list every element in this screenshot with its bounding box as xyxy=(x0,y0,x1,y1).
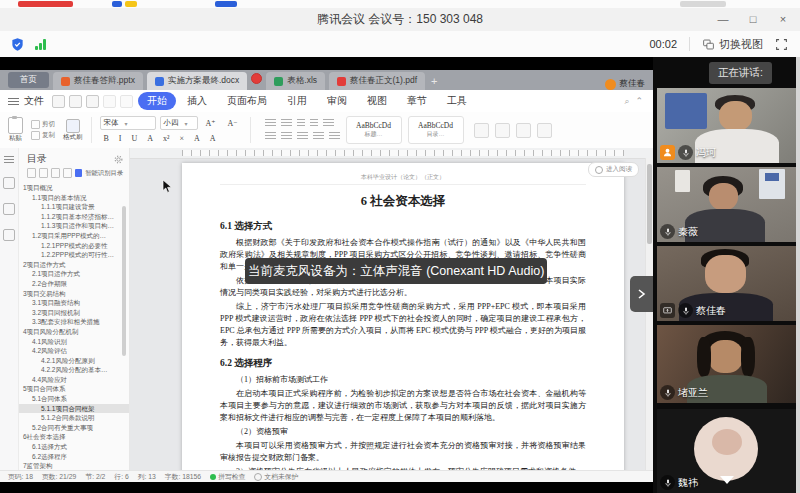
document-scrollbar[interactable] xyxy=(645,158,653,470)
font-size-select[interactable]: 小四▾ xyxy=(160,116,198,130)
shading-icon[interactable] xyxy=(329,132,340,141)
format-painter-button[interactable]: 格式刷 xyxy=(63,119,83,142)
ribbon-menu-tab[interactable]: 工具 xyxy=(438,92,476,110)
new-tab-button[interactable]: + xyxy=(431,75,437,87)
font-family-select[interactable]: 宋体▾ xyxy=(100,116,156,130)
cut-button[interactable]: 剪切 xyxy=(31,120,55,129)
format-button[interactable]: A xyxy=(206,133,220,144)
shrink-font-button[interactable]: A⁻ xyxy=(224,118,242,129)
style-chip[interactable]: AaBbCcDd 目录… xyxy=(408,116,464,144)
toc-view-icon[interactable] xyxy=(27,168,36,178)
toc-item[interactable]: 6.2选择程序 xyxy=(19,452,129,462)
justify-icon[interactable] xyxy=(313,132,324,141)
ribbon-menu-tab[interactable]: 审阅 xyxy=(318,92,356,110)
format-button[interactable]: A xyxy=(143,133,157,144)
toc-item[interactable]: 1.1.3项目运作和项目构… xyxy=(19,221,129,231)
tab-pdf[interactable]: 蔡佳春正文(1).pdf xyxy=(329,72,425,90)
fullscreen-button[interactable] xyxy=(775,38,788,51)
toc-item[interactable]: 2.1项目运作方式 xyxy=(19,269,129,279)
toc-item[interactable]: 3项目交易结构 xyxy=(19,289,129,299)
ribbon-menu-tab[interactable]: 视图 xyxy=(358,92,396,110)
copy-button[interactable]: 复制 xyxy=(31,131,55,140)
document-page[interactable]: 本科毕业设计（论文）（正文） 6 社会资本选择 6.1 选择方式 根据财政部《关… xyxy=(182,163,624,470)
minimize-button[interactable]: — xyxy=(716,8,730,31)
toc-item[interactable]: 6.1选择方式 xyxy=(19,442,129,452)
switch-view-button[interactable]: 切换视图 xyxy=(702,37,763,52)
ribbon-menu-tab[interactable]: 引用 xyxy=(278,92,316,110)
gear-icon[interactable] xyxy=(114,155,123,164)
indent-icon[interactable] xyxy=(310,119,318,128)
toc-view-icon[interactable] xyxy=(63,168,72,178)
participant-tile[interactable]: 堵亚兰 xyxy=(657,325,796,403)
format-button[interactable]: × xyxy=(175,133,188,144)
collapse-ribbon-icon[interactable]: ⌃ xyxy=(635,96,643,107)
toc-view-icon[interactable] xyxy=(51,168,60,178)
toc-item[interactable]: 4.2.2风险分配的基本… xyxy=(19,365,129,375)
format-button[interactable]: B xyxy=(100,133,113,144)
tab-docx[interactable]: 实施方案最终.docx xyxy=(147,72,247,90)
close-button[interactable]: × xyxy=(776,8,790,31)
comments-icon[interactable] xyxy=(3,203,15,215)
number-list-icon[interactable] xyxy=(281,119,292,128)
ribbon-tool-icon[interactable] xyxy=(516,123,531,138)
toc-item[interactable]: 1.2项目采用PPP模式的… xyxy=(19,231,129,241)
toc-item[interactable]: 3.3配套安排和相关措施 xyxy=(19,317,129,327)
participant-tile[interactable]: 蔡佳春 xyxy=(657,246,796,321)
toc-item[interactable]: 5.2合同有关重大事项 xyxy=(19,423,129,433)
style-chip[interactable]: AaBbCcDd 标题… xyxy=(346,116,402,144)
toc-item[interactable]: 5.1.1项目合同框架 xyxy=(19,404,129,414)
format-button[interactable]: x² xyxy=(159,133,173,144)
tab-home[interactable]: 首页 xyxy=(8,72,49,88)
toc-item[interactable]: 5项目合同体系 xyxy=(19,384,129,394)
security-shield-icon[interactable] xyxy=(10,37,25,52)
maximize-button[interactable]: □ xyxy=(746,8,760,31)
line-spacing-icon[interactable] xyxy=(323,119,334,128)
bullet-list-icon[interactable] xyxy=(265,119,276,128)
account-chip[interactable]: 蔡佳春 xyxy=(605,78,654,90)
toc-item[interactable]: 1.1项目的基本情况 xyxy=(19,193,129,203)
save-icon[interactable] xyxy=(69,95,82,108)
toc-item[interactable]: 1.2.1PPP模式的必要性 xyxy=(19,241,129,251)
print-icon[interactable] xyxy=(86,95,99,108)
toc-item[interactable]: 3.1项目融资结构 xyxy=(19,298,129,308)
open-icon[interactable] xyxy=(52,95,65,108)
ribbon-menu-tab[interactable]: 开始 xyxy=(138,92,176,110)
document-protection-status[interactable]: 文档未保护 xyxy=(254,472,298,482)
align-left-icon[interactable] xyxy=(265,132,276,141)
spellcheck-status[interactable]: 拼写检查 xyxy=(210,472,245,482)
toc-item[interactable]: 5.1合同体系 xyxy=(19,394,129,404)
file-menu[interactable]: 文件 xyxy=(24,94,44,108)
ribbon-tool-icon[interactable] xyxy=(474,123,489,138)
outdent-icon[interactable] xyxy=(297,119,305,128)
undo-icon[interactable] xyxy=(103,95,116,108)
redo-icon[interactable] xyxy=(120,95,133,108)
align-right-icon[interactable] xyxy=(297,132,308,141)
format-button[interactable]: A xyxy=(190,133,204,144)
toc-item[interactable]: 4项目风险分配机制 xyxy=(19,327,129,337)
network-signal-icon[interactable] xyxy=(35,38,46,50)
tab-xls[interactable]: 表格.xls xyxy=(266,72,325,90)
toc-item[interactable]: 1.1.2项目基本经济指标… xyxy=(19,212,129,222)
bookmark-icon[interactable] xyxy=(3,177,15,189)
toc-item[interactable]: 4.4风险应对 xyxy=(19,375,129,385)
toc-item[interactable]: 7监管架构 xyxy=(19,461,129,470)
ribbon-tool-icon[interactable] xyxy=(495,123,510,138)
smart-toc-icon[interactable] xyxy=(75,169,82,177)
toc-view-icon[interactable] xyxy=(39,168,48,178)
toc-item[interactable]: 2项目运作方式 xyxy=(19,260,129,270)
reading-mode-pill[interactable]: 进入阅读 xyxy=(588,162,639,177)
ribbon-menu-tab[interactable]: 页面布局 xyxy=(218,92,276,110)
participant-tile[interactable]: 秦薇 xyxy=(657,167,796,242)
format-button[interactable]: I xyxy=(115,133,126,144)
toc-item[interactable]: 3.2项目回报机制 xyxy=(19,308,129,318)
toc-item[interactable]: 1.1.1项目建设背景 xyxy=(19,202,129,212)
hamburger-icon[interactable] xyxy=(8,98,19,105)
format-button[interactable]: U xyxy=(128,133,142,144)
ribbon-tool-icon[interactable] xyxy=(537,123,552,138)
participant-tile[interactable]: 冯珂 xyxy=(657,88,796,163)
find-icon[interactable] xyxy=(3,229,15,241)
grow-font-button[interactable]: A⁺ xyxy=(202,118,220,129)
ribbon-menu-tab[interactable]: 插入 xyxy=(178,92,216,110)
toc-item[interactable]: 2.2合作期限 xyxy=(19,279,129,289)
scroll-down-chevron[interactable] xyxy=(718,471,736,489)
